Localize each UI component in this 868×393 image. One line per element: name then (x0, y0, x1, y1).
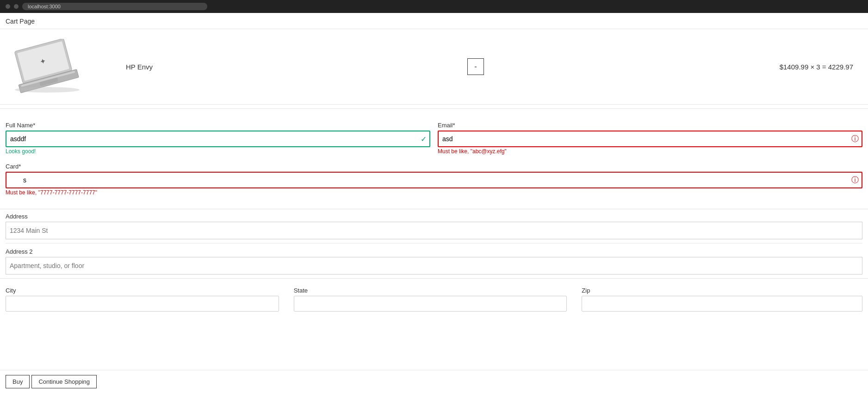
email-message: Must be like, "abc@xyz.efg" (438, 148, 862, 155)
address-input[interactable] (6, 222, 862, 239)
address-group: Address (6, 213, 862, 239)
full-name-input[interactable] (6, 131, 430, 147)
laptop-illustration: ✦ (10, 39, 84, 94)
name-email-row: Full Name* ✓ Looks good! Email* ⓘ Must b… (6, 122, 862, 159)
cart-item-row: ✦ HP Envy - $1409.99 × 3 = 4229.97 (0, 29, 868, 105)
card-group: Card* ▣ ⓘ Must be like, "7777-7777-7777-… (6, 163, 862, 196)
checkout-form: Full Name* ✓ Looks good! Email* ⓘ Must b… (0, 112, 868, 205)
city-state-zip-row: City State Zip (0, 282, 868, 316)
form-address-divider (0, 209, 868, 209)
browser-dot-2 (14, 4, 19, 9)
product-image: ✦ (6, 37, 89, 97)
full-name-group: Full Name* ✓ Looks good! (6, 122, 430, 155)
address2-input[interactable] (6, 257, 862, 274)
product-name: HP Envy (89, 63, 228, 71)
address-divider (6, 243, 862, 243)
decrease-quantity-button[interactable]: - (467, 58, 484, 75)
city-label: City (6, 287, 279, 294)
city-group: City (6, 287, 279, 312)
address-section: Address Address 2 (0, 213, 868, 274)
card-message: Must be like, "7777-7777-7777-7777" (6, 189, 862, 196)
zip-label: Zip (582, 287, 862, 294)
full-name-input-wrapper: ✓ (6, 131, 430, 147)
city-input[interactable] (6, 296, 279, 312)
cart-form-divider (0, 108, 868, 109)
page-title: Cart Page (0, 13, 868, 29)
zip-input[interactable] (582, 296, 862, 312)
browser-bar: localhost:3000 (0, 0, 868, 13)
card-input-wrapper: ▣ ⓘ (6, 172, 862, 188)
quantity-area: - (228, 58, 724, 75)
state-input[interactable] (294, 296, 567, 312)
browser-dot-1 (6, 4, 10, 9)
email-label: Email* (438, 122, 862, 129)
card-input[interactable] (6, 172, 862, 188)
price-formula: $1409.99 × 3 = 4229.97 (724, 63, 862, 71)
email-input-wrapper: ⓘ (438, 131, 862, 147)
email-invalid-icon: ⓘ (851, 134, 859, 144)
card-label: Card* (6, 163, 862, 170)
svg-point-6 (15, 87, 80, 93)
state-group: State (294, 287, 567, 312)
email-group: Email* ⓘ Must be like, "abc@xyz.efg" (438, 122, 862, 155)
state-label: State (294, 287, 567, 294)
address2-label: Address 2 (6, 248, 862, 255)
full-name-message: Looks good! (6, 148, 430, 155)
full-name-valid-icon: ✓ (421, 135, 427, 143)
address-csz-divider (0, 278, 868, 279)
address2-group: Address 2 (6, 248, 862, 274)
address-label: Address (6, 213, 862, 220)
full-name-label: Full Name* (6, 122, 430, 129)
card-invalid-icon: ⓘ (851, 175, 859, 185)
browser-url[interactable]: localhost:3000 (22, 3, 207, 10)
zip-group: Zip (582, 287, 862, 312)
email-input[interactable] (438, 131, 862, 147)
